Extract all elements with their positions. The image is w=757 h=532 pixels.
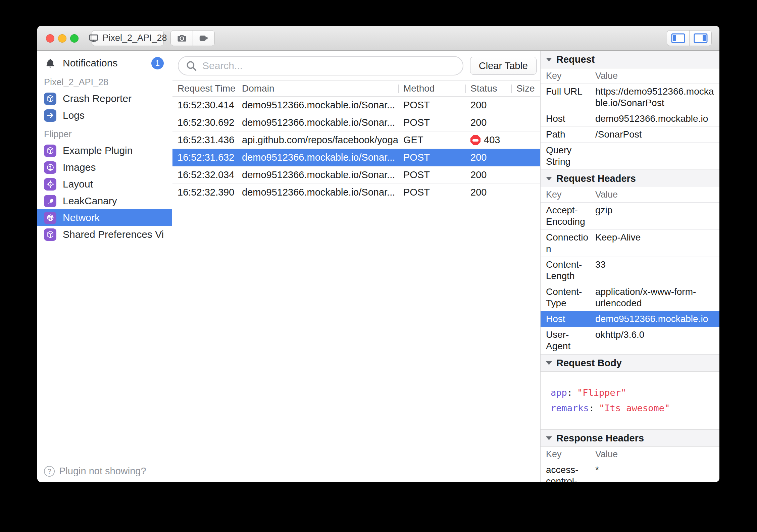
search-input[interactable] [202, 60, 456, 71]
column-header-size[interactable]: Size [511, 81, 540, 96]
titlebar[interactable]: Pixel_2_API_28 [37, 26, 719, 51]
request-list: 16:52:30.414 demo9512366.mockable.io/Son… [172, 97, 540, 201]
kv-key: User-Agent [541, 329, 590, 352]
table-row[interactable]: 16:52:30.692 demo9512366.mockable.io/Son… [172, 114, 540, 131]
search-box[interactable] [178, 56, 463, 75]
disclosure-triangle-icon [546, 177, 552, 180]
status-cell: 200 [465, 100, 511, 111]
kv-row[interactable]: Content-Length 33 [541, 257, 719, 284]
video-camera-icon [198, 33, 209, 44]
plugin-help-label: Plugin not showing? [59, 466, 146, 477]
right-sidebar-icon [694, 33, 708, 43]
column-header-status[interactable]: Status [465, 81, 511, 96]
table-row[interactable]: 16:52:31.632 demo9512366.mockable.io/Son… [172, 149, 540, 166]
toggle-left-sidebar-button[interactable] [667, 31, 689, 46]
kv-row[interactable]: Full URL https://demo9512366.mockable.io… [541, 84, 719, 111]
table-row[interactable]: 16:52:32.034 demo9512366.mockable.io/Son… [172, 166, 540, 184]
traffic-light-close-button[interactable] [46, 34, 54, 43]
section-header-response-headers[interactable]: Response Headers [541, 429, 719, 447]
request-time-cell: 16:52:32.390 [172, 187, 237, 198]
status-code: 200 [470, 169, 487, 180]
request-kv-list: Full URL https://demo9512366.mockable.io… [541, 84, 719, 170]
sidebar-item-notifications[interactable]: Notifications 1 [37, 54, 172, 72]
method-cell: POST [398, 100, 465, 111]
arrow-right-icon [44, 109, 56, 122]
kv-key: Host [541, 313, 590, 325]
sidebar-item-layout[interactable]: Layout [37, 176, 172, 193]
screen-record-button[interactable] [193, 31, 214, 46]
network-table-area: Clear Table Request Time Domain Method S… [172, 51, 540, 482]
section-header-request-headers[interactable]: Request Headers [541, 170, 719, 187]
traffic-light-zoom-button[interactable] [70, 34, 79, 43]
method-cell: POST [398, 169, 465, 180]
stop-sign-icon [470, 135, 481, 145]
response-headers-kv-list: access-control-allow-origin * [541, 462, 719, 482]
sidebar-item-leakcanary[interactable]: LeakCanary [37, 193, 172, 209]
kv-row[interactable]: Content-Type application/x-www-form-urle… [541, 284, 719, 311]
kv-value: * [590, 464, 719, 482]
sidebar-item-crash-reporter[interactable]: Crash Reporter [37, 90, 172, 107]
kv-value [590, 145, 719, 167]
status-code: 200 [470, 117, 487, 128]
kv-row[interactable]: User-Agent okhttp/3.6.0 [541, 327, 719, 354]
kv-row[interactable]: Accept-Encoding gzip [541, 203, 719, 230]
section-header-request-body[interactable]: Request Body [541, 354, 719, 372]
kv-value: application/x-www-form-urlencoded [590, 286, 719, 309]
kv-value: https://demo9512366.mockable.io/SonarPos… [590, 86, 719, 109]
plugin-sidebar: Notifications 1 Pixel_2_API_28 Crash Rep… [37, 51, 172, 482]
cube-icon [44, 145, 56, 157]
clear-table-button[interactable]: Clear Table [470, 57, 537, 75]
person-icon [44, 161, 56, 174]
sidebar-toggle-group [667, 30, 712, 46]
status-cell: 200 [465, 117, 511, 128]
sidebar-item-logs[interactable]: Logs [37, 107, 172, 124]
table-row[interactable]: 16:52:31.436 api.github.com/repos/facebo… [172, 131, 540, 149]
body-string-token: "Flipper" [577, 387, 626, 398]
method-cell: POST [398, 187, 465, 198]
colon-token: : [567, 387, 572, 398]
kv-row[interactable]: Path /SonarPost [541, 127, 719, 143]
kv-value: Keep-Alive [590, 232, 719, 255]
sidebar-item-images[interactable]: Images [37, 159, 172, 176]
kv-key: access-control-allow-origin [541, 464, 590, 482]
column-header-request-time[interactable]: Request Time [172, 81, 237, 96]
sidebar-item-network[interactable]: Network [37, 209, 172, 226]
status-code: 200 [470, 152, 487, 163]
kv-column-header: Key Value [541, 187, 719, 203]
sidebar-item-shared-preferences-viewer[interactable]: Shared Preferences Viewer [37, 226, 172, 243]
kv-value: demo9512366.mockable.io [590, 313, 719, 325]
screenshot-button[interactable] [171, 31, 193, 46]
status-cell: 200 [465, 187, 511, 198]
notifications-label: Notifications [63, 57, 151, 69]
capture-button-group [170, 30, 215, 46]
kv-column-header: Key Value [541, 68, 719, 84]
question-mark-icon: ? [44, 466, 55, 477]
kv-value: gzip [590, 205, 719, 227]
traffic-light-minimize-button[interactable] [58, 34, 66, 43]
toggle-right-sidebar-button[interactable] [689, 31, 711, 46]
kv-column-header: Key Value [541, 447, 719, 462]
column-header-method[interactable]: Method [398, 81, 465, 96]
domain-cell: api.github.com/repos/facebook/yoga [237, 135, 398, 146]
kv-row[interactable]: access-control-allow-origin * [541, 462, 719, 482]
globe-icon [44, 212, 56, 224]
method-cell: POST [398, 117, 465, 128]
table-row[interactable]: 16:52:32.390 demo9512366.mockable.io/Son… [172, 184, 540, 201]
flipper-window: Pixel_2_API_28 [37, 26, 719, 482]
column-header-domain[interactable]: Domain [237, 81, 398, 96]
device-tab[interactable]: Pixel_2_API_28 [92, 30, 164, 46]
plugin-help-link[interactable]: ? Plugin not showing? [44, 466, 146, 477]
search-icon [185, 60, 197, 72]
kv-row[interactable]: Host demo9512366.mockable.io [541, 111, 719, 127]
sidebar-item-example-plugin[interactable]: Example Plugin [37, 142, 172, 159]
section-header-request[interactable]: Request [541, 51, 719, 68]
request-time-cell: 16:52:30.414 [172, 100, 237, 111]
table-row[interactable]: 16:52:30.414 demo9512366.mockable.io/Son… [172, 97, 540, 114]
kv-row[interactable]: Connection Keep-Alive [541, 230, 719, 257]
left-sidebar-icon [671, 33, 685, 43]
kv-row[interactable]: Host demo9512366.mockable.io [541, 311, 719, 327]
status-cell: 403 [465, 135, 511, 146]
notifications-count-badge: 1 [151, 57, 164, 69]
kv-row[interactable]: Query String [541, 143, 719, 170]
body-key-token: remarks [551, 403, 589, 413]
